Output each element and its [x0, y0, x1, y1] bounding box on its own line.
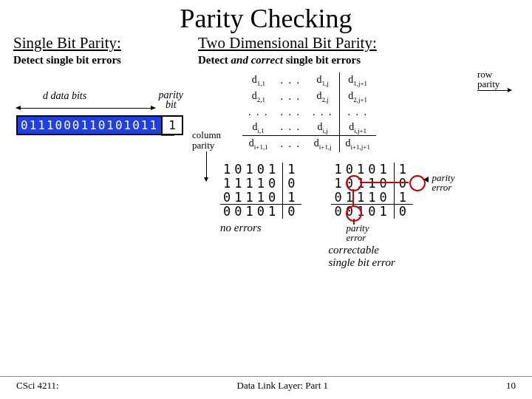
footer-left: CSci 4211: [16, 380, 59, 392]
right-column: Two Dimensional Bit Parity: Detect and c… [198, 34, 519, 234]
footer: CSci 4211: Data Link Layer: Part 1 10 [0, 376, 532, 392]
column-parity-label: columnparity [192, 130, 221, 181]
footer-center: Data Link Layer: Part 1 [237, 380, 328, 392]
example-with-error: 101011 101100 011101 001010 parity error… [331, 163, 412, 234]
double-arrow [16, 108, 155, 109]
parity-error-bottom-label: parity error [346, 223, 378, 244]
parity-matrix: rowparity columnparity d1,1 . . . d1,j d… [198, 72, 519, 152]
parity-value: 1 [161, 117, 182, 134]
two-dim-desc: Detect and correct single bit errors [198, 54, 519, 66]
parity-bit-label: paritybit [159, 90, 183, 110]
correctable-label: correctablesingle bit error [328, 244, 395, 269]
single-parity-diagram: d data bits paritybit 0111000110101011 1 [13, 87, 183, 146]
examples-row: 101011 111100 011101 001010 no errors 10… [220, 163, 519, 234]
horiz-error-line [360, 182, 409, 183]
example-no-errors: 101011 111100 011101 001010 no errors [220, 163, 301, 234]
data-bits: 0111000110101011 [18, 117, 161, 134]
footer-right: 10 [506, 380, 516, 392]
page-title: Parity Checking [0, 3, 532, 34]
no-errors-label: no errors [220, 222, 301, 234]
two-dim-heading: Two Dimensional Bit Parity: [198, 34, 519, 52]
left-column: Single Bit Parity: Detect single bit err… [13, 34, 198, 234]
parity-error-right-label: parity error [432, 173, 464, 194]
bits-box: 0111000110101011 1 [16, 115, 183, 135]
matrix-table: d1,1 . . . d1,j d1,j+1 d2,1 . . . d2,j d… [242, 72, 376, 152]
vert-error-line [352, 189, 354, 205]
row-parity-label: rowparity [477, 69, 511, 91]
d-data-bits-label: d data bits [43, 90, 86, 102]
single-bit-heading: Single Bit Parity: [13, 34, 198, 52]
single-bit-desc: Detect single bit errors [13, 54, 198, 66]
